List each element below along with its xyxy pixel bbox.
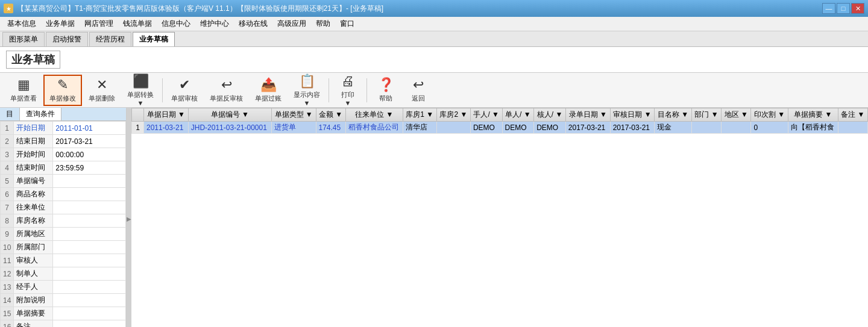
menu-item-信息中心[interactable]: 信息中心 <box>157 17 195 30</box>
col-maker-header[interactable]: 单人/ ▼ <box>502 108 534 122</box>
cell-type: 进货单 <box>271 122 316 134</box>
query-value[interactable] <box>53 201 126 214</box>
toolbar-btn-help[interactable]: ❓帮助 <box>370 75 401 106</box>
query-value[interactable]: 00:00:00 <box>53 148 126 161</box>
toolbar-btn-view[interactable]: ▦单据查看 <box>5 75 42 106</box>
menu-item-钱流单据[interactable]: 钱流单据 <box>118 17 157 30</box>
tab-经营历程[interactable]: 经营历程 <box>89 32 131 46</box>
tab-启动报警[interactable]: 启动报警 <box>46 32 88 46</box>
col-recorddate-header[interactable]: 录单日期 ▼ <box>565 108 610 122</box>
splitter[interactable]: ▶ <box>127 108 131 327</box>
col-partner-header[interactable]: 往来单位 ▼ <box>345 108 403 122</box>
query-value[interactable]: 2017-03-21 <box>53 135 126 148</box>
col-type-header[interactable]: 单据类型 ▼ <box>271 108 316 122</box>
query-row: 2 结束日期 2017-03-21 <box>1 135 126 148</box>
menu-item-基本信息[interactable]: 基本信息 <box>2 17 41 30</box>
col-code-header[interactable]: 单据编号 ▼ <box>188 108 271 122</box>
cell-recorddate: 2017-03-21 <box>565 122 610 134</box>
row-number: 16 <box>1 320 14 328</box>
query-label: 往来单位 <box>14 201 53 214</box>
col-wh2-header[interactable]: 库房2 ▼ <box>436 108 470 122</box>
left-tab-mu[interactable]: 目 <box>0 108 20 120</box>
col-printcount-header[interactable]: 印次割 ▼ <box>751 108 788 122</box>
row-number: 7 <box>1 201 14 214</box>
data-grid[interactable]: 单据日期 ▼ 单据编号 ▼ 单据类型 ▼ 金额 ▼ 往来单位 ▼ 库房1 ▼ 库… <box>131 108 868 327</box>
query-label: 备注 <box>14 320 53 328</box>
menu-item-网店管理[interactable]: 网店管理 <box>80 17 118 30</box>
tab-业务草稿[interactable]: 业务草稿 <box>133 32 175 46</box>
menu-item-高级应用[interactable]: 高级应用 <box>272 17 311 30</box>
back-icon: ↩ <box>413 77 424 93</box>
toolbar-btn-print[interactable]: 🖨打印▼ <box>332 75 363 106</box>
display-icon: 📋 <box>299 73 315 89</box>
menu-item-维护中心[interactable]: 维护中心 <box>195 17 234 30</box>
review-icon: ✔ <box>179 77 190 93</box>
col-handler-header[interactable]: 手人/ ▼ <box>470 108 502 122</box>
query-value[interactable] <box>53 307 126 320</box>
cell-summary: 向【稻香村食 <box>788 122 838 134</box>
toolbar-btn-post[interactable]: 📤单据过账 <box>250 75 287 106</box>
toolbar-btn-edit[interactable]: ✎单据修改 <box>43 75 82 106</box>
query-value[interactable] <box>53 175 126 188</box>
col-reviewdate-header[interactable]: 审核日期 ▼ <box>610 108 655 122</box>
query-value[interactable] <box>53 254 126 267</box>
query-row: 15 单据摘要 <box>1 307 126 320</box>
window-controls[interactable]: — □ ✕ <box>822 3 864 14</box>
query-row: 12 制单人 <box>1 267 126 281</box>
query-value[interactable]: 23:59:59 <box>53 161 126 175</box>
query-label: 库房名称 <box>14 214 53 228</box>
cell-code: JHD-2011-03-21-00001 <box>188 122 271 134</box>
page-title-bar: 业务草稿 <box>0 47 868 73</box>
query-value[interactable] <box>53 294 126 307</box>
row-number: 13 <box>1 281 14 294</box>
query-value[interactable] <box>53 228 126 241</box>
toolbar-btn-display[interactable]: 📋显示内容▼ <box>288 75 326 106</box>
left-tab-query[interactable]: 查询条件 <box>20 108 61 120</box>
toolbar-btn-unreview[interactable]: ↩单据反审核 <box>204 75 248 106</box>
query-label: 所属部门 <box>14 241 53 254</box>
col-note-header[interactable]: 备注 ▼ <box>838 108 867 122</box>
query-value[interactable] <box>53 281 126 294</box>
query-value[interactable] <box>53 320 126 328</box>
maximize-button[interactable]: □ <box>837 3 850 14</box>
tab-图形菜单[interactable]: 图形菜单 <box>2 32 45 46</box>
query-value[interactable] <box>53 214 126 228</box>
minimize-button[interactable]: — <box>822 3 835 14</box>
convert-icon: ⬛ <box>133 73 149 89</box>
menu-item-窗口[interactable]: 窗口 <box>335 17 359 30</box>
cell-amount: 174.45 <box>316 122 345 134</box>
query-label: 单据摘要 <box>14 307 53 320</box>
row-number: 14 <box>1 294 14 307</box>
menu-item-移动在线[interactable]: 移动在线 <box>234 17 272 30</box>
grid-table: 单据日期 ▼ 单据编号 ▼ 单据类型 ▼ 金额 ▼ 往来单位 ▼ 库房1 ▼ 库… <box>131 108 868 134</box>
cell-itemname: 现金 <box>655 122 692 134</box>
col-region-header[interactable]: 地区 ▼ <box>722 108 751 122</box>
close-button[interactable]: ✕ <box>851 3 864 14</box>
col-reviewer-header[interactable]: 核人/ ▼ <box>534 108 566 122</box>
query-value[interactable] <box>53 188 126 201</box>
table-row[interactable]: 1 2011-03-21 JHD-2011-03-21-00001 进货单 17… <box>132 122 868 134</box>
col-amount-header[interactable]: 金额 ▼ <box>316 108 345 122</box>
col-itemname-header[interactable]: 目名称 ▼ <box>655 108 692 122</box>
col-dept-header[interactable]: 部门 ▼ <box>691 108 721 122</box>
col-wh1-header[interactable]: 库房1 ▼ <box>403 108 436 122</box>
query-value[interactable]: 2011-01-01 <box>53 122 126 135</box>
view-label: 单据查看 <box>10 94 37 103</box>
col-rownum-header <box>132 108 144 122</box>
toolbar-btn-review[interactable]: ✔单据审核 <box>166 75 203 106</box>
content-area: 目 查询条件 1 开始日期 2011-01-01 2 结束日期 2017-03-… <box>0 108 868 327</box>
toolbar-btn-back[interactable]: ↩返回 <box>403 75 434 106</box>
menu-item-业务单据[interactable]: 业务单据 <box>41 17 80 30</box>
query-row: 14 附加说明 <box>1 294 126 307</box>
toolbar-btn-convert[interactable]: ⬛单据转换▼ <box>122 75 159 106</box>
col-summary-header[interactable]: 单据摘要 ▼ <box>788 108 838 122</box>
query-value[interactable] <box>53 241 126 254</box>
query-label: 商品名称 <box>14 188 53 201</box>
cell-reviewdate: 2017-03-21 <box>610 122 655 134</box>
col-date-header[interactable]: 单据日期 ▼ <box>144 108 189 122</box>
query-value[interactable] <box>53 267 126 281</box>
query-label: 结束时间 <box>14 161 53 175</box>
menu-item-帮助[interactable]: 帮助 <box>311 17 335 30</box>
query-row: 11 审核人 <box>1 254 126 267</box>
toolbar-btn-delete[interactable]: ✕单据删除 <box>83 75 121 106</box>
